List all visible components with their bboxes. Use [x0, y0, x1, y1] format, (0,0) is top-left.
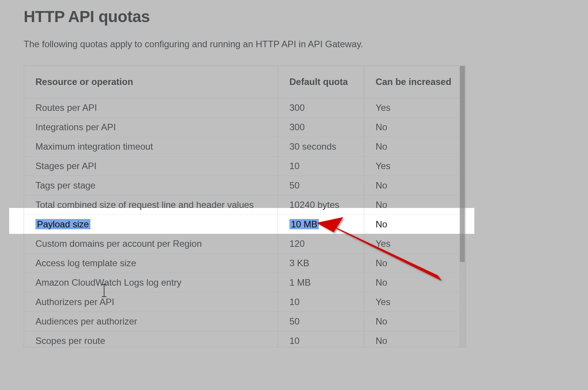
page-title: HTTP API quotas — [24, 8, 472, 26]
cell-default: 10 — [278, 292, 364, 312]
cell-increase: Yes — [364, 292, 466, 312]
scrollbar-thumb[interactable] — [460, 66, 465, 262]
cell-resource: Audiences per authorizer — [24, 312, 278, 331]
table-row: Audiences per authorizer50No — [24, 312, 466, 331]
cell-text-pre: Amazon CloudW — [35, 277, 104, 288]
cell-increase: No — [364, 215, 466, 234]
cell-increase: No — [364, 137, 466, 157]
cell-resource: Authorizers per API — [24, 292, 278, 312]
cell-default: 1 MB — [278, 273, 364, 292]
cell-increase: Yes — [364, 234, 466, 254]
highlighted-text: 10 MB — [289, 219, 319, 229]
cell-default: 120 — [278, 234, 364, 254]
table-row: Total combined size of request line and … — [24, 195, 466, 215]
cell-default: 30 seconds — [278, 137, 364, 157]
cell-default: 50 — [278, 176, 364, 195]
highlighted-text: Payload size — [35, 219, 90, 229]
cell-resource: Tags per stage — [24, 176, 278, 195]
quotas-table: Resource or operation Default quota Can … — [24, 66, 466, 347]
cell-default: 300 — [278, 118, 364, 137]
cell-default: 10 — [278, 331, 364, 348]
cell-resource: Integrations per API — [24, 118, 278, 137]
cell-increase: Yes — [364, 157, 466, 176]
table-row: Routes per API300Yes — [24, 98, 466, 118]
cell-resource: Amazon CloudWatch Logs log entry — [24, 273, 278, 292]
cell-increase: No — [364, 331, 466, 348]
cell-increase: No — [364, 273, 466, 292]
table-row: Stages per API10Yes — [24, 157, 466, 176]
table-row: Integrations per API300No — [24, 118, 466, 137]
cell-resource: Custom domains per account per Region — [24, 234, 278, 254]
cell-resource: Access log template size — [24, 254, 278, 273]
cell-default: 50 — [278, 312, 364, 331]
cell-resource: Maximum integration timeout — [24, 137, 278, 157]
table-row: Tags per stage50No — [24, 176, 466, 195]
intro-text: The following quotas apply to configurin… — [24, 37, 472, 51]
table-scrollbar[interactable] — [459, 66, 466, 347]
cell-increase: No — [364, 254, 466, 273]
col-default: Default quota — [278, 66, 364, 98]
cell-default: 3 KB — [278, 254, 364, 273]
table-row: Access log template size3 KBNo — [24, 254, 466, 273]
cell-text-post: atch Logs log entry — [104, 277, 182, 288]
table-row: Maximum integration timeout30 secondsNo — [24, 137, 466, 157]
cell-default: 300 — [278, 98, 364, 118]
table-row: Scopes per route10No — [24, 331, 466, 348]
cell-increase: No — [364, 176, 466, 195]
table-row: Amazon CloudWatch Logs log entry1 MBNo — [24, 273, 466, 292]
col-resource: Resource or operation — [24, 66, 278, 98]
table-row: Custom domains per account per Region120… — [24, 234, 466, 254]
cell-increase: No — [364, 312, 466, 331]
cell-resource: Stages per API — [24, 157, 278, 176]
cell-resource: Scopes per route — [24, 331, 278, 348]
cell-default: 10 — [278, 157, 364, 176]
table-row: Authorizers per API10Yes — [24, 292, 466, 312]
cell-increase: No — [364, 118, 466, 137]
cell-resource: Total combined size of request line and … — [24, 195, 278, 215]
cell-increase: Yes — [364, 98, 466, 118]
cell-resource: Payload size — [24, 215, 278, 234]
cell-resource: Routes per API — [24, 98, 278, 118]
table-header-row: Resource or operation Default quota Can … — [24, 66, 466, 98]
cell-increase: No — [364, 195, 466, 215]
table-row: Payload size10 MBNo — [24, 215, 466, 234]
col-increase: Can be increased — [364, 66, 466, 98]
quotas-table-container: Resource or operation Default quota Can … — [24, 66, 466, 347]
cell-default: 10 MB — [278, 215, 364, 234]
cell-default: 10240 bytes — [278, 195, 364, 215]
